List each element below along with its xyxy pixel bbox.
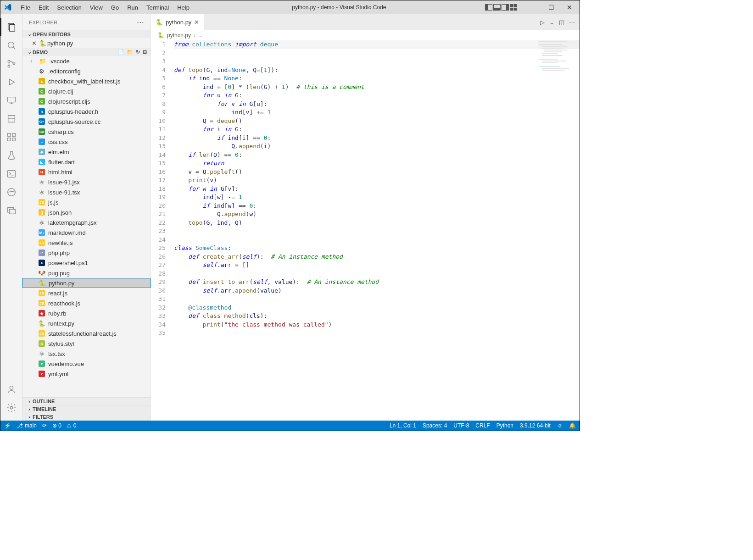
menu-run[interactable]: Run [123,2,142,13]
file-item[interactable]: ⚛issue-91.tsx [22,187,151,197]
close-button[interactable]: ✕ [563,4,576,11]
close-icon[interactable]: ✕ [32,40,39,47]
timeline-section[interactable]: ›TIMELINE [22,405,151,413]
file-item[interactable]: {}json.json [22,207,151,217]
encoding[interactable]: UTF-8 [453,422,469,429]
panel-right-icon[interactable] [502,4,509,11]
refresh-icon[interactable]: ↻ [136,49,140,55]
activitybar [0,14,22,421]
file-item[interactable]: JSnewfile.js [22,238,151,248]
file-item[interactable]: 🐍runtext.py [22,318,151,328]
panel-left-icon[interactable] [485,4,492,11]
run-debug-icon[interactable] [0,73,22,91]
file-item[interactable]: ◣flutter.dart [22,157,151,167]
file-item[interactable]: 🐍python.py [22,278,151,288]
filters-section[interactable]: ›FILTERS [22,413,151,421]
svg-line-3 [13,47,15,50]
file-item[interactable]: Cclojure.clj [22,86,151,96]
file-item[interactable]: Pphp.php [22,248,151,258]
open-editors-section[interactable]: ⌄OPEN EDITORS [22,30,151,38]
file-item[interactable]: ⚛laketempgraph.jsx [22,217,151,227]
demo-folder-section[interactable]: ⌄DEMO 📄 📁 ↻ ⊟ [22,48,151,56]
tab-close-icon[interactable]: ✕ [194,19,199,26]
sync-icon[interactable]: ⟳ [42,422,47,429]
source-control-icon[interactable] [0,55,22,73]
file-item[interactable]: Cclojurescript.cljs [22,96,151,106]
file-item[interactable]: ▼vuedemo.vue [22,359,151,369]
menu-edit[interactable]: Edit [35,2,52,13]
edge-icon[interactable] [0,183,22,201]
explorer-icon[interactable] [0,18,22,36]
open-editor-item[interactable]: ✕ 🐍 python.py [22,38,151,48]
file-item[interactable]: Sstylus.styl [22,338,151,349]
eol[interactable]: CRLF [475,422,490,429]
language-mode[interactable]: Python [496,422,513,429]
more-actions-icon[interactable]: ⋯ [569,19,575,26]
sidebar-box-icon[interactable] [0,110,22,128]
problems-indicator[interactable]: ⊗ 0 ⚠ 0 [52,422,76,429]
remote-explorer-icon[interactable] [0,91,22,110]
code-content[interactable]: from collections import deque def topo(G… [171,40,580,421]
feedback-icon[interactable]: ☺ [557,422,563,429]
file-item[interactable]: ⚙.editorconfig [22,66,151,76]
notifications-icon[interactable]: 🔔 [569,422,576,429]
menu-selection[interactable]: Selection [53,2,85,13]
folder-item[interactable]: ›📁.vscode [22,56,151,66]
extensions-icon[interactable] [0,128,22,146]
git-branch[interactable]: ⎇main [17,422,37,429]
search-icon[interactable] [0,36,22,55]
file-item[interactable]: ⚛issue-91.jsx [22,177,151,187]
editor: 🐍 python.py ✕ ▷ ⌄ ◫ ⋯ 🐍 python.py › ... … [151,14,580,421]
menu-go[interactable]: Go [107,2,123,13]
new-file-icon[interactable]: 📄 [117,49,124,55]
file-item[interactable]: Yyml.yml [22,369,151,379]
minimize-button[interactable]: — [526,4,539,11]
run-dropdown-icon[interactable]: ⌄ [549,19,554,26]
cursor-position[interactable]: Ln 1, Col 1 [390,422,416,429]
run-icon[interactable]: ▷ [540,19,545,26]
code-area[interactable]: 1234567891011121314151617181920212223242… [151,40,580,421]
file-item[interactable]: JSjs.js [22,197,151,207]
file-item[interactable]: ◆ruby.rb [22,308,151,318]
file-item[interactable]: >powershell.ps1 [22,258,151,268]
file-item[interactable]: ◆elm.elm [22,147,151,157]
more-icon[interactable]: ⋯ [137,18,144,27]
file-item[interactable]: 🐶pug.pug [22,268,151,278]
file-item[interactable]: ≡css.css [22,137,151,147]
folders-icon[interactable] [0,201,22,220]
svg-rect-21 [9,209,15,214]
menu-file[interactable]: File [17,2,34,13]
indentation[interactable]: Spaces: 4 [423,422,447,429]
testing-icon[interactable] [0,146,22,165]
file-item[interactable]: ⚛tsx.tsx [22,349,151,359]
file-item[interactable]: hcplusplus-header.h [22,106,151,116]
breadcrumb[interactable]: 🐍 python.py › ... [151,30,580,40]
layout-grid-icon[interactable] [510,4,517,11]
menu-terminal[interactable]: Terminal [143,2,173,13]
terminal-panel-icon[interactable] [0,165,22,183]
panel-bottom-icon[interactable] [493,4,501,11]
file-item[interactable]: JSreacthook.js [22,298,151,308]
account-icon[interactable] [0,380,22,399]
tab-python[interactable]: 🐍 python.py ✕ [151,14,204,30]
menu-help[interactable]: Help [173,2,193,13]
remote-indicator[interactable]: ⚡ [4,422,11,429]
settings-gear-icon[interactable] [0,399,22,417]
svg-point-22 [10,386,13,389]
collapse-icon[interactable]: ⊟ [143,49,147,55]
file-item[interactable]: M↓markdown.md [22,227,151,238]
python-version[interactable]: 3.9.12 64-bit [520,422,551,429]
svg-point-23 [10,406,13,409]
svg-rect-14 [12,133,15,136]
file-item[interactable]: JSstatelessfunctionalreact.js [22,328,151,338]
file-item[interactable]: C#csharp.cs [22,127,151,137]
file-item[interactable]: JSreact.js [22,288,151,298]
split-editor-icon[interactable]: ◫ [559,19,564,26]
outline-section[interactable]: ›OUTLINE [22,397,151,405]
file-item[interactable]: C+cplusplus-source.cc [22,116,151,127]
maximize-button[interactable]: ☐ [545,4,558,11]
file-item[interactable]: ▲checkbox_with_label.test.js [22,76,151,86]
file-item[interactable]: Hhtml.html [22,167,151,177]
new-folder-icon[interactable]: 📁 [127,49,133,55]
menu-view[interactable]: View [86,2,106,13]
